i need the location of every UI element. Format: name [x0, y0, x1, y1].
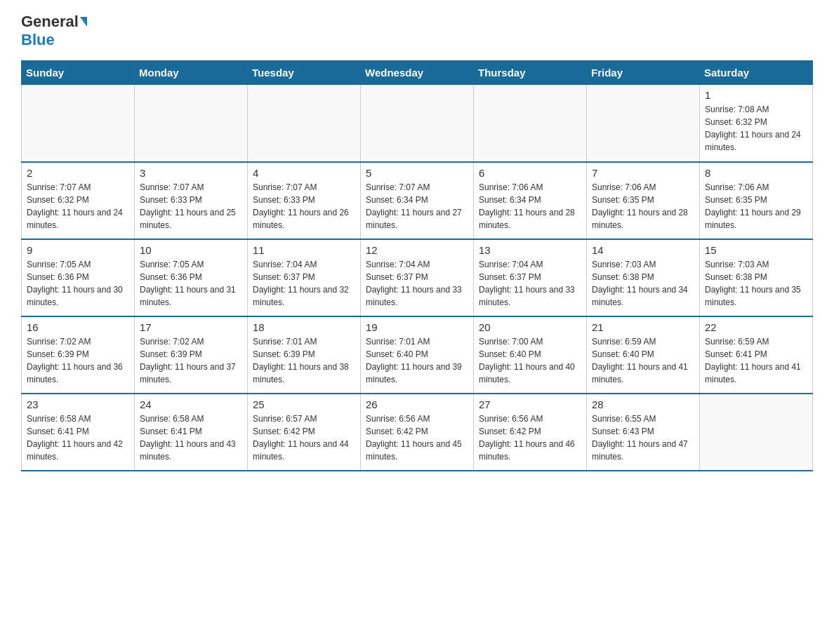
weekday-header-tuesday: Tuesday	[248, 61, 361, 85]
day-info: Sunrise: 6:58 AM Sunset: 6:41 PM Dayligh…	[140, 412, 242, 463]
weekday-header-friday: Friday	[587, 61, 700, 85]
day-number: 2	[27, 167, 129, 179]
day-number: 6	[479, 167, 581, 179]
weekday-header-monday: Monday	[135, 61, 248, 85]
calendar-cell: 15Sunrise: 7:03 AM Sunset: 6:38 PM Dayli…	[700, 239, 813, 316]
calendar-cell: 27Sunrise: 6:56 AM Sunset: 6:42 PM Dayli…	[474, 394, 587, 471]
day-info: Sunrise: 7:02 AM Sunset: 6:39 PM Dayligh…	[27, 335, 129, 386]
day-info: Sunrise: 7:06 AM Sunset: 6:35 PM Dayligh…	[705, 181, 807, 232]
day-info: Sunrise: 7:03 AM Sunset: 6:38 PM Dayligh…	[592, 258, 694, 309]
day-number: 9	[27, 244, 129, 256]
calendar-cell: 17Sunrise: 7:02 AM Sunset: 6:39 PM Dayli…	[135, 316, 248, 394]
week-row-4: 16Sunrise: 7:02 AM Sunset: 6:39 PM Dayli…	[22, 316, 813, 394]
week-row-1: 1Sunrise: 7:08 AM Sunset: 6:32 PM Daylig…	[22, 85, 813, 162]
logo: General Blue	[21, 14, 87, 49]
calendar-cell: 7Sunrise: 7:06 AM Sunset: 6:35 PM Daylig…	[587, 162, 700, 239]
day-info: Sunrise: 7:06 AM Sunset: 6:35 PM Dayligh…	[592, 181, 694, 232]
day-info: Sunrise: 7:06 AM Sunset: 6:34 PM Dayligh…	[479, 181, 581, 232]
day-info: Sunrise: 7:04 AM Sunset: 6:37 PM Dayligh…	[253, 258, 355, 309]
day-number: 28	[592, 398, 694, 410]
day-info: Sunrise: 7:03 AM Sunset: 6:38 PM Dayligh…	[705, 258, 807, 309]
calendar-cell: 28Sunrise: 6:55 AM Sunset: 6:43 PM Dayli…	[587, 394, 700, 471]
calendar-cell: 10Sunrise: 7:05 AM Sunset: 6:36 PM Dayli…	[135, 239, 248, 316]
day-number: 16	[27, 321, 129, 333]
day-info: Sunrise: 6:59 AM Sunset: 6:40 PM Dayligh…	[592, 335, 694, 386]
day-info: Sunrise: 7:07 AM Sunset: 6:33 PM Dayligh…	[253, 181, 355, 232]
day-number: 24	[140, 398, 242, 410]
day-number: 27	[479, 398, 581, 410]
weekday-header-saturday: Saturday	[700, 61, 813, 85]
day-info: Sunrise: 7:04 AM Sunset: 6:37 PM Dayligh…	[479, 258, 581, 309]
day-number: 20	[479, 321, 581, 333]
calendar-body: 1Sunrise: 7:08 AM Sunset: 6:32 PM Daylig…	[22, 85, 813, 471]
day-info: Sunrise: 7:05 AM Sunset: 6:36 PM Dayligh…	[140, 258, 242, 309]
weekday-row: SundayMondayTuesdayWednesdayThursdayFrid…	[22, 61, 813, 85]
calendar-cell: 13Sunrise: 7:04 AM Sunset: 6:37 PM Dayli…	[474, 239, 587, 316]
day-number: 17	[140, 321, 242, 333]
calendar-cell: 22Sunrise: 6:59 AM Sunset: 6:41 PM Dayli…	[700, 316, 813, 394]
day-info: Sunrise: 7:07 AM Sunset: 6:33 PM Dayligh…	[140, 181, 242, 232]
calendar-cell: 23Sunrise: 6:58 AM Sunset: 6:41 PM Dayli…	[22, 394, 135, 471]
calendar-cell	[361, 85, 474, 162]
day-info: Sunrise: 7:05 AM Sunset: 6:36 PM Dayligh…	[27, 258, 129, 309]
day-info: Sunrise: 7:07 AM Sunset: 6:34 PM Dayligh…	[366, 181, 468, 232]
day-number: 22	[705, 321, 807, 333]
calendar-cell: 18Sunrise: 7:01 AM Sunset: 6:39 PM Dayli…	[248, 316, 361, 394]
day-number: 19	[366, 321, 468, 333]
calendar-cell: 8Sunrise: 7:06 AM Sunset: 6:35 PM Daylig…	[700, 162, 813, 239]
day-number: 11	[253, 244, 355, 256]
calendar-cell: 14Sunrise: 7:03 AM Sunset: 6:38 PM Dayli…	[587, 239, 700, 316]
day-number: 4	[253, 167, 355, 179]
logo-general: General	[21, 14, 79, 29]
calendar-cell: 24Sunrise: 6:58 AM Sunset: 6:41 PM Dayli…	[135, 394, 248, 471]
calendar-header: SundayMondayTuesdayWednesdayThursdayFrid…	[22, 61, 813, 85]
calendar-cell	[474, 85, 587, 162]
weekday-header-thursday: Thursday	[474, 61, 587, 85]
calendar-cell: 19Sunrise: 7:01 AM Sunset: 6:40 PM Dayli…	[361, 316, 474, 394]
calendar-cell: 20Sunrise: 7:00 AM Sunset: 6:40 PM Dayli…	[474, 316, 587, 394]
calendar-cell: 5Sunrise: 7:07 AM Sunset: 6:34 PM Daylig…	[361, 162, 474, 239]
day-number: 8	[705, 167, 807, 179]
day-info: Sunrise: 7:00 AM Sunset: 6:40 PM Dayligh…	[479, 335, 581, 386]
day-number: 26	[366, 398, 468, 410]
calendar-cell	[587, 85, 700, 162]
day-number: 21	[592, 321, 694, 333]
day-info: Sunrise: 7:07 AM Sunset: 6:32 PM Dayligh…	[27, 181, 129, 232]
day-number: 25	[253, 398, 355, 410]
logo-blue: Blue	[21, 31, 55, 49]
calendar-cell: 16Sunrise: 7:02 AM Sunset: 6:39 PM Dayli…	[22, 316, 135, 394]
calendar-cell: 3Sunrise: 7:07 AM Sunset: 6:33 PM Daylig…	[135, 162, 248, 239]
day-info: Sunrise: 6:57 AM Sunset: 6:42 PM Dayligh…	[253, 412, 355, 463]
day-number: 3	[140, 167, 242, 179]
calendar-cell	[700, 394, 813, 471]
day-info: Sunrise: 7:02 AM Sunset: 6:39 PM Dayligh…	[140, 335, 242, 386]
day-info: Sunrise: 6:55 AM Sunset: 6:43 PM Dayligh…	[592, 412, 694, 463]
calendar-cell: 1Sunrise: 7:08 AM Sunset: 6:32 PM Daylig…	[700, 85, 813, 162]
day-info: Sunrise: 7:04 AM Sunset: 6:37 PM Dayligh…	[366, 258, 468, 309]
day-number: 23	[27, 398, 129, 410]
day-number: 10	[140, 244, 242, 256]
day-number: 13	[479, 244, 581, 256]
calendar-cell: 2Sunrise: 7:07 AM Sunset: 6:32 PM Daylig…	[22, 162, 135, 239]
day-number: 18	[253, 321, 355, 333]
calendar-cell	[248, 85, 361, 162]
page-header: General Blue	[21, 14, 813, 49]
calendar-cell: 21Sunrise: 6:59 AM Sunset: 6:40 PM Dayli…	[587, 316, 700, 394]
day-number: 15	[705, 244, 807, 256]
calendar-cell: 11Sunrise: 7:04 AM Sunset: 6:37 PM Dayli…	[248, 239, 361, 316]
day-number: 1	[705, 89, 807, 101]
weekday-header-wednesday: Wednesday	[361, 61, 474, 85]
day-info: Sunrise: 7:08 AM Sunset: 6:32 PM Dayligh…	[705, 103, 807, 154]
week-row-5: 23Sunrise: 6:58 AM Sunset: 6:41 PM Dayli…	[22, 394, 813, 471]
calendar-cell: 4Sunrise: 7:07 AM Sunset: 6:33 PM Daylig…	[248, 162, 361, 239]
weekday-header-sunday: Sunday	[22, 61, 135, 85]
day-info: Sunrise: 7:01 AM Sunset: 6:39 PM Dayligh…	[253, 335, 355, 386]
day-info: Sunrise: 7:01 AM Sunset: 6:40 PM Dayligh…	[366, 335, 468, 386]
day-info: Sunrise: 6:59 AM Sunset: 6:41 PM Dayligh…	[705, 335, 807, 386]
day-number: 14	[592, 244, 694, 256]
day-info: Sunrise: 6:56 AM Sunset: 6:42 PM Dayligh…	[479, 412, 581, 463]
calendar-cell: 12Sunrise: 7:04 AM Sunset: 6:37 PM Dayli…	[361, 239, 474, 316]
calendar-table: SundayMondayTuesdayWednesdayThursdayFrid…	[21, 60, 813, 471]
day-number: 7	[592, 167, 694, 179]
calendar-cell: 25Sunrise: 6:57 AM Sunset: 6:42 PM Dayli…	[248, 394, 361, 471]
